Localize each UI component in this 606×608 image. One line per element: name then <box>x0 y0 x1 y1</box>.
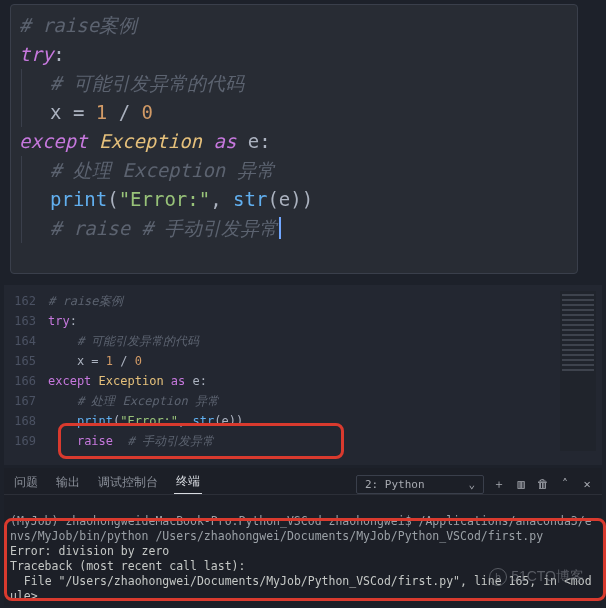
split-terminal-icon[interactable]: ▥ <box>514 478 528 492</box>
comment: # raise案例 <box>19 14 137 36</box>
code-line: try: <box>19 40 569 69</box>
text-cursor <box>279 217 281 239</box>
line-number: 165 <box>4 351 36 371</box>
code-line: print("Error:", str(e)) <box>21 185 569 214</box>
line-number: 168 <box>4 411 36 431</box>
line-number: 166 <box>4 371 36 391</box>
code-line: # 处理 Exception 异常 <box>21 156 569 185</box>
annotation-box <box>58 423 344 459</box>
editor-panel: 162 163 164 165 166 167 168 169 # raise案… <box>4 285 602 465</box>
tab-output[interactable]: 输出 <box>54 471 82 494</box>
code-line: # raise案例 <box>19 11 569 40</box>
terminal-tab-bar: 问题 输出 调试控制台 终端 2: Python ⌄ ＋ ▥ 🗑 ˄ ✕ <box>4 468 602 495</box>
close-icon[interactable]: ✕ <box>580 478 594 492</box>
new-terminal-icon[interactable]: ＋ <box>492 478 506 492</box>
tab-debug-console[interactable]: 调试控制台 <box>96 471 160 494</box>
line-number: 163 <box>4 311 36 331</box>
chevron-up-icon[interactable]: ˄ <box>558 478 572 492</box>
code-line: # 可能引发异常的代码 <box>21 69 569 98</box>
code-line: # raise # 手动引发异常 <box>21 214 569 243</box>
chevron-down-icon: ⌄ <box>468 477 475 492</box>
terminal-selector[interactable]: 2: Python ⌄ <box>356 475 484 494</box>
minimap[interactable] <box>560 291 596 451</box>
tab-problems[interactable]: 问题 <box>12 471 40 494</box>
trash-icon[interactable]: 🗑 <box>536 478 550 492</box>
watermark: b 51CTO博客 <box>489 568 584 586</box>
watermark-text: 51CTO博客 <box>511 568 584 586</box>
line-number: 162 <box>4 291 36 311</box>
terminal-selector-label: 2: Python <box>365 477 425 492</box>
line-number: 164 <box>4 331 36 351</box>
code-line: except Exception as e: <box>19 127 569 156</box>
annotation-box <box>4 518 606 601</box>
terminal-line: x = 1 / 0 <box>10 604 100 606</box>
tab-terminal[interactable]: 终端 <box>174 470 202 494</box>
line-number: 169 <box>4 431 36 451</box>
watermark-icon: b <box>489 568 507 586</box>
line-number-gutter: 162 163 164 165 166 167 168 169 <box>4 291 36 451</box>
line-number: 167 <box>4 391 36 411</box>
code-line: x = 1 / 0 <box>21 98 569 127</box>
code-screenshot-large: # raise案例 try: # 可能引发异常的代码 x = 1 / 0 exc… <box>10 4 578 274</box>
